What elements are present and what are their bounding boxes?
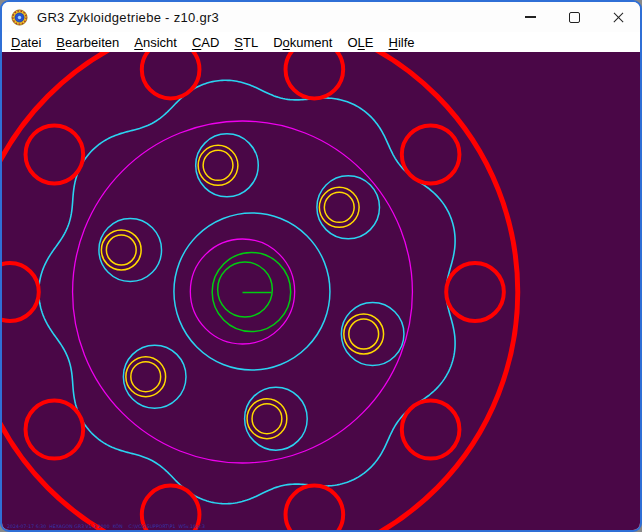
status-line: 2024-07-17 6:30 HEXAGON GR3 V1.3 2000 KÖ… <box>7 524 205 529</box>
app-window: GR3 Zykloidgetriebe - z10.gr3 DateiBearb… <box>0 0 642 532</box>
close-icon <box>613 12 624 23</box>
maximize-icon <box>569 12 580 23</box>
app-icon[interactable] <box>11 9 28 26</box>
disc-hole-cyan <box>196 134 259 197</box>
output-pin-outer-yellow <box>101 230 141 270</box>
disc-hole-cyan <box>317 176 380 239</box>
ring-pin-red <box>402 125 460 183</box>
ring-pin-red <box>286 52 344 98</box>
menu-item-datei[interactable]: Datei <box>11 35 41 50</box>
output-pin-inner-yellow <box>349 319 379 349</box>
ring-pin-red <box>446 263 504 321</box>
pitch-circle-magenta <box>73 121 413 463</box>
menu-item-dokument[interactable]: Dokument <box>273 35 332 50</box>
output-pin-inner-yellow <box>131 362 161 392</box>
title-bar: GR3 Zykloidgetriebe - z10.gr3 <box>2 2 640 32</box>
output-pin-outer-yellow <box>319 187 359 227</box>
drawing-canvas[interactable]: 2024-07-17 6:30 HEXAGON GR3 V1.3 2000 KÖ… <box>2 52 640 532</box>
disc-hole-cyan <box>245 387 308 450</box>
ring-pin-red <box>286 486 344 532</box>
menu-item-hilfe[interactable]: Hilfe <box>388 35 414 50</box>
window-title: GR3 Zykloidgetriebe - z10.gr3 <box>37 10 219 25</box>
output-pin-inner-yellow <box>324 192 354 222</box>
output-pin-inner-yellow <box>106 235 136 265</box>
output-pin-outer-yellow <box>198 145 238 185</box>
window-controls <box>508 2 640 32</box>
ring-pin-red <box>26 401 84 459</box>
disc-hole-cyan <box>99 219 162 282</box>
output-pin-outer-yellow <box>344 314 384 354</box>
menu-item-bearbeiten[interactable]: Bearbeiten <box>56 35 119 50</box>
menu-item-ansicht[interactable]: Ansicht <box>134 35 177 50</box>
disc-hole-cyan <box>341 302 404 365</box>
ring-pin-red <box>26 125 84 183</box>
menu-item-ole[interactable]: OLE <box>347 35 373 50</box>
cad-drawing[interactable] <box>2 52 640 532</box>
menu-item-stl[interactable]: STL <box>234 35 258 50</box>
close-button[interactable] <box>596 2 640 32</box>
shaft-circle-green <box>218 262 273 317</box>
output-pin-outer-yellow <box>126 357 166 397</box>
menu-bar: DateiBearbeitenAnsichtCADSTLDokumentOLEH… <box>2 32 640 52</box>
ring-pin-red <box>2 263 39 321</box>
center-circle-magenta <box>190 239 294 344</box>
output-pin-inner-yellow <box>252 404 282 434</box>
ring-pin-red <box>142 52 200 98</box>
output-pin-outer-yellow <box>247 399 287 439</box>
menu-item-cad[interactable]: CAD <box>192 35 219 50</box>
minimize-button[interactable] <box>508 2 552 32</box>
disc-hole-cyan <box>123 345 186 408</box>
output-pin-inner-yellow <box>203 150 233 180</box>
minimize-icon <box>525 16 536 17</box>
center-bore-cyan <box>174 213 330 370</box>
ring-pin-red <box>402 401 460 459</box>
maximize-button[interactable] <box>552 2 596 32</box>
